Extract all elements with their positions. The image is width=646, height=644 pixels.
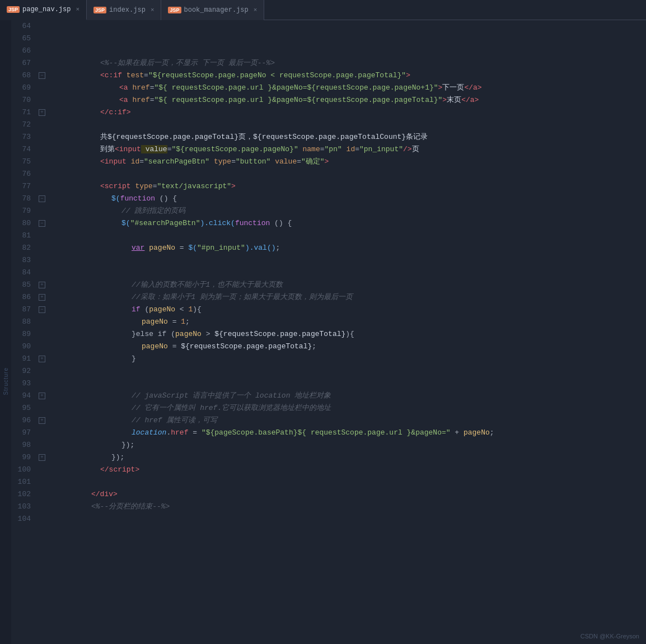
tab-label-2: index.jsp bbox=[109, 6, 146, 14]
gutter-cell: − bbox=[36, 195, 48, 202]
gutter-cell: − bbox=[36, 306, 48, 313]
line-number: 102 bbox=[11, 488, 36, 501]
fold-marker[interactable]: − bbox=[39, 306, 45, 313]
line-number: 79 bbox=[11, 205, 36, 217]
table-row: 104 bbox=[11, 513, 646, 525]
fold-marker[interactable]: − bbox=[39, 195, 45, 202]
line-number: 82 bbox=[11, 242, 36, 254]
line-number: 75 bbox=[11, 156, 36, 168]
line-number: 85 bbox=[11, 279, 36, 291]
structure-label: Structure bbox=[3, 367, 9, 395]
line-number: 89 bbox=[11, 328, 36, 340]
line-number: 77 bbox=[11, 180, 36, 193]
table-row: 100 </script> bbox=[11, 464, 646, 476]
line-number: 71 bbox=[11, 106, 36, 119]
line-number: 69 bbox=[11, 82, 36, 94]
line-number: 83 bbox=[11, 254, 36, 267]
line-number: 95 bbox=[11, 402, 36, 414]
line-number: 66 bbox=[11, 45, 36, 57]
line-number: 67 bbox=[11, 57, 36, 69]
jsp-icon: JSP bbox=[7, 6, 20, 13]
table-row: 71 + </c:if> bbox=[11, 106, 646, 119]
line-number: 87 bbox=[11, 304, 36, 316]
tab-bar: JSP page_nav.jsp × JSP index.jsp × JSP b… bbox=[0, 0, 646, 20]
line-number: 78 bbox=[11, 193, 36, 205]
gutter-cell: + bbox=[36, 454, 48, 461]
gutter-cell: + bbox=[36, 282, 48, 288]
line-number: 65 bbox=[11, 32, 36, 45]
gutter-cell: − bbox=[36, 72, 48, 79]
table-row: 83 bbox=[11, 254, 646, 267]
tab-page-nav[interactable]: JSP page_nav.jsp × bbox=[0, 0, 87, 20]
line-number: 94 bbox=[11, 390, 36, 402]
table-row: 75 <input id="searchPageBtn" type="butto… bbox=[11, 156, 646, 168]
line-number: 70 bbox=[11, 94, 36, 106]
line-number: 68 bbox=[11, 69, 36, 82]
line-number: 80 bbox=[11, 217, 36, 230]
line-number: 104 bbox=[11, 513, 36, 525]
structure-panel: Structure bbox=[0, 20, 11, 644]
line-number: 81 bbox=[11, 230, 36, 242]
table-row: 103 <%--分页栏的结束--%> bbox=[11, 501, 646, 513]
tab-close-page-nav[interactable]: × bbox=[76, 6, 79, 13]
line-number: 84 bbox=[11, 267, 36, 279]
line-number: 99 bbox=[11, 451, 36, 464]
tab-index[interactable]: JSP index.jsp × bbox=[87, 0, 161, 20]
gutter-cell: + bbox=[36, 109, 48, 116]
gutter-cell: − bbox=[36, 220, 48, 227]
code-editor[interactable]: 64 65 66 67 <%--如果在最后一页，不显示 bbox=[11, 20, 646, 644]
table-row: 92 bbox=[11, 365, 646, 377]
fold-marker[interactable]: − bbox=[39, 72, 45, 79]
fold-marker[interactable]: + bbox=[39, 454, 45, 461]
lines-container: 64 65 66 67 <%--如果在最后一页，不显示 bbox=[11, 20, 646, 525]
line-number: 92 bbox=[11, 365, 36, 377]
line-number: 76 bbox=[11, 168, 36, 180]
gutter-cell: + bbox=[36, 356, 48, 362]
gutter-cell: + bbox=[36, 417, 48, 424]
gutter-cell: + bbox=[36, 393, 48, 399]
line-number: 97 bbox=[11, 427, 36, 439]
table-row: 91 + } bbox=[11, 353, 646, 365]
tab-label-3: book_manager.jsp bbox=[184, 6, 249, 14]
line-number: 101 bbox=[11, 476, 36, 488]
fold-marker[interactable]: + bbox=[39, 294, 45, 301]
jsp-icon-3: JSP bbox=[168, 7, 181, 13]
tab-close-index[interactable]: × bbox=[151, 7, 155, 13]
line-number: 96 bbox=[11, 414, 36, 427]
fold-marker[interactable]: − bbox=[39, 220, 45, 227]
table-row: 65 bbox=[11, 32, 646, 45]
line-number: 86 bbox=[11, 291, 36, 304]
line-number: 64 bbox=[11, 20, 36, 32]
editor-area: Structure 64 65 66 bbox=[0, 20, 646, 644]
fold-marker[interactable]: + bbox=[39, 109, 45, 116]
line-number: 90 bbox=[11, 340, 36, 353]
line-number: 98 bbox=[11, 439, 36, 451]
fold-marker[interactable]: + bbox=[39, 282, 45, 288]
jsp-icon-2: JSP bbox=[93, 7, 106, 13]
line-number: 103 bbox=[11, 501, 36, 513]
line-number: 74 bbox=[11, 143, 36, 156]
line-number: 88 bbox=[11, 316, 36, 328]
fold-marker[interactable]: + bbox=[39, 393, 45, 399]
tab-close-book[interactable]: × bbox=[254, 7, 258, 13]
tab-label: page_nav.jsp bbox=[22, 6, 71, 13]
table-row: 80 − $("#searchPageBtn").click(function … bbox=[11, 217, 646, 230]
fold-marker[interactable]: + bbox=[39, 417, 45, 424]
line-number: 91 bbox=[11, 353, 36, 365]
line-number: 93 bbox=[11, 377, 36, 390]
table-row: 64 bbox=[11, 20, 646, 32]
line-number: 72 bbox=[11, 119, 36, 131]
tab-book-manager[interactable]: JSP book_manager.jsp × bbox=[161, 0, 264, 20]
fold-marker[interactable]: + bbox=[39, 356, 45, 362]
gutter-cell: + bbox=[36, 294, 48, 301]
line-number: 100 bbox=[11, 464, 36, 476]
table-row: 82 var pageNo = $("#pn_input").val(); bbox=[11, 242, 646, 254]
line-number: 73 bbox=[11, 131, 36, 143]
watermark: CSDN @KK-Greyson bbox=[581, 633, 639, 640]
